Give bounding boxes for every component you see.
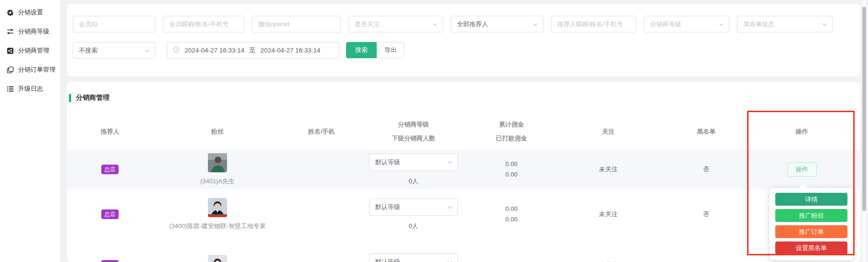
promote-orders-button[interactable]: 推广订单 <box>775 225 847 238</box>
fan-avatar <box>208 198 227 217</box>
search-mode-select[interactable]: 不搜索 <box>73 42 155 59</box>
table-title: 分销商管理 <box>69 94 860 102</box>
date-separator: 至 <box>249 46 256 55</box>
chevron-down-icon <box>144 48 150 53</box>
header-action: 操作 <box>753 125 851 138</box>
chevron-down-icon <box>447 204 453 210</box>
fan-name: (3400)陈霞-建安物联-智慧工地专家 <box>169 221 266 231</box>
date-start-value: 2024-04-27 16:33:14 <box>184 47 244 54</box>
sidebar-item-distributor-management[interactable]: 分销商管理 <box>0 41 60 60</box>
header-fans: 粉丝 <box>153 125 282 138</box>
date-end-value: 2024-04-27 16:33:14 <box>260 47 320 54</box>
distributor-table-panel: 分销商管理 推荐人 粉丝 姓名/手机 分销商等级 下级分销商人数 累计佣金 已打… <box>67 82 860 262</box>
chevron-down-icon <box>432 21 438 27</box>
referrer-badge: 总店 <box>101 210 119 219</box>
blacklist-status: 否 <box>660 164 753 175</box>
header-follow: 关注 <box>557 125 660 138</box>
sidebar-item-label: 分销订单管理 <box>18 65 55 74</box>
sidebar-item-distribution-settings[interactable]: 分销设置 <box>0 3 60 22</box>
title-accent-bar <box>69 94 71 102</box>
referrer-select[interactable]: 全部推荐人 <box>451 16 543 32</box>
wechat-openid-input[interactable] <box>252 16 341 32</box>
sidebar-item-label: 升级日志 <box>18 84 43 93</box>
follow-select[interactable]: 是否关注 <box>348 16 443 32</box>
sub-distributor-count: 0人 <box>409 177 418 186</box>
sidebar-item-label: 分销商管理 <box>18 46 49 55</box>
share-icon <box>7 47 14 54</box>
table-row[interactable]: 总店 默认等级 0人 0.00 0.00 未关注 否 操作 <box>67 240 860 262</box>
chevron-down-icon <box>822 21 827 27</box>
commission-paid: 0.00 <box>505 169 517 180</box>
fan-avatar <box>208 153 227 172</box>
fan-avatar <box>208 255 227 262</box>
sliders-icon <box>7 28 14 35</box>
level-select[interactable]: 分销商等级 <box>644 16 729 32</box>
list-icon <box>7 85 14 93</box>
filter-panel: 是否关注 全部推荐人 分销商等级 黑名单状态 不搜索 <box>67 4 860 76</box>
commission-total: 0.00 <box>505 260 517 262</box>
detail-button[interactable]: 详情 <box>775 193 847 206</box>
copy-icon <box>7 66 14 73</box>
commission-total: 0.00 <box>505 204 517 214</box>
action-popup-menu: 详情 推广粉丝 推广订单 设置黑名单 <box>770 188 853 260</box>
clock-icon <box>173 46 180 54</box>
table-row[interactable]: 总店 (3401)A先生 默认等级 0人 0.00 0.00 未关注 否 操作 <box>67 150 860 189</box>
follow-status: 未关注 <box>557 209 660 220</box>
sidebar: 分销设置 分销商等级 分销商管理 分销订单管理 升级日志 <box>0 0 60 262</box>
row-action-button[interactable]: 操作 <box>787 162 817 177</box>
level-dropdown[interactable]: 默认等级 <box>369 253 458 262</box>
header-commission: 累计佣金 已打款佣金 <box>466 117 557 145</box>
commission-total: 0.00 <box>505 159 517 169</box>
promote-fans-button[interactable]: 推广粉丝 <box>775 209 847 222</box>
follow-status: 未关注 <box>557 260 660 262</box>
date-range-picker[interactable]: 2024-04-27 16:33:14 至 2024-04-27 16:33:1… <box>167 42 339 59</box>
blacklist-status: 否 <box>660 209 753 220</box>
sidebar-item-distribution-orders[interactable]: 分销订单管理 <box>0 60 60 79</box>
table-header-row: 推荐人 粉丝 姓名/手机 分销商等级 下级分销商人数 累计佣金 已打款佣金 关注… <box>67 113 860 150</box>
sub-distributor-count: 0人 <box>409 222 418 231</box>
referrer-badge: 总店 <box>101 165 119 174</box>
chevron-down-icon <box>447 159 453 165</box>
search-button[interactable]: 搜索 <box>346 42 377 58</box>
fan-name: (3401)A先生 <box>200 176 235 186</box>
chevron-down-icon <box>447 259 453 262</box>
sidebar-item-upgrade-log[interactable]: 升级日志 <box>0 79 60 98</box>
referrer-badge: 总店 <box>101 260 119 262</box>
chevron-down-icon <box>718 21 724 27</box>
follow-status: 未关注 <box>557 164 660 175</box>
member-name-input[interactable] <box>163 16 244 32</box>
set-blacklist-button[interactable]: 设置黑名单 <box>775 241 847 254</box>
blacklist-status: 否 <box>660 260 753 262</box>
table-row[interactable]: 总店 (3400)陈霞-建安物联-智慧工地专家 默认等级 0人 0.00 0.0… <box>67 189 860 240</box>
sidebar-item-label: 分销设置 <box>18 8 43 17</box>
blacklist-status-select[interactable]: 黑名单状态 <box>737 16 833 32</box>
referrer-name-input[interactable] <box>551 16 636 32</box>
commission-paid: 0.00 <box>505 214 517 225</box>
gear-icon <box>7 9 14 16</box>
header-level: 分销商等级 下级分销商人数 <box>361 117 466 145</box>
sidebar-item-distributor-level[interactable]: 分销商等级 <box>0 22 60 41</box>
level-dropdown[interactable]: 默认等级 <box>369 154 458 171</box>
header-referrer: 推荐人 <box>67 125 153 138</box>
page-title: 分销商管理 <box>76 94 109 102</box>
header-name-phone: 姓名/手机 <box>282 125 361 138</box>
export-button[interactable]: 导出 <box>377 42 404 58</box>
level-dropdown[interactable]: 默认等级 <box>369 199 458 216</box>
scrollbar-thumb[interactable] <box>862 7 866 211</box>
member-id-input[interactable] <box>73 16 155 32</box>
header-blacklist: 黑名单 <box>660 125 753 138</box>
sidebar-item-label: 分销商等级 <box>18 27 49 36</box>
chevron-down-icon <box>532 21 538 27</box>
